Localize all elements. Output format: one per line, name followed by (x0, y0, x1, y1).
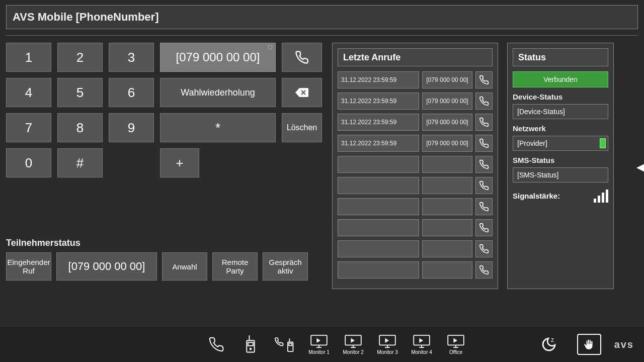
key-star[interactable]: * (160, 113, 276, 142)
key-4[interactable]: 4 (6, 78, 51, 107)
window-title: AVS Mobile [PhoneNumber] (6, 5, 638, 29)
call-time (338, 240, 419, 257)
monitor-button-2[interactable]: Monitor 2 (338, 329, 368, 359)
call-dial-button[interactable] (475, 177, 493, 194)
call-dial-button[interactable] (475, 198, 493, 215)
clear-button[interactable]: Löschen (282, 113, 322, 142)
participant-label: Teilnehmerstatus (6, 238, 323, 248)
redial-button[interactable]: Wahlwiederholung (160, 78, 276, 107)
phone-icon (479, 202, 489, 212)
recent-calls-panel: Letzte Anrufe 31.12.2022 23:59:59[079 00… (332, 43, 498, 289)
key-0[interactable]: 0 (6, 148, 51, 177)
call-button[interactable] (282, 43, 322, 72)
phone-icon (479, 223, 489, 233)
svg-text:z: z (551, 336, 554, 343)
call-dial-button[interactable] (475, 219, 493, 236)
call-dial-button[interactable] (475, 135, 493, 152)
call-active-cell: Gespräch aktiv (263, 252, 308, 281)
call-number (422, 177, 472, 194)
phone-icon (479, 96, 489, 106)
call-number (422, 156, 472, 173)
key-plus[interactable]: + (160, 148, 199, 177)
call-time (338, 177, 419, 194)
call-number (422, 240, 472, 257)
monitor-button-5[interactable]: Office (441, 329, 471, 359)
recent-call-row (338, 219, 493, 236)
recent-call-row: 31.12.2022 23:59:59[079 000 00 00] (338, 93, 493, 110)
monitor-button-3[interactable]: Monitor 3 (372, 329, 403, 359)
recent-call-row: 31.12.2022 23:59:59[079 000 00 00] (338, 114, 493, 131)
call-dial-button[interactable] (475, 93, 493, 110)
edit-indicator-icon (268, 45, 272, 49)
network-provider: [Provider] (517, 139, 547, 147)
call-number (422, 198, 472, 215)
participant-number: [079 000 00 00] (56, 252, 157, 281)
radio-icon (244, 335, 258, 353)
call-time: 31.12.2022 23:59:59 (338, 135, 419, 152)
key-7[interactable]: 7 (6, 113, 51, 142)
phone-icon (479, 117, 489, 127)
monitor-icon (379, 334, 396, 348)
key-3[interactable]: 3 (109, 43, 154, 72)
call-dial-button[interactable] (475, 240, 493, 257)
call-dial-button[interactable] (475, 261, 493, 279)
key-6[interactable]: 6 (109, 78, 154, 107)
monitor-icon (413, 334, 430, 348)
phone-icon (208, 336, 224, 352)
signal-label: Signalstärke: (513, 192, 594, 200)
phone-app-icon[interactable] (201, 329, 231, 359)
key-1[interactable]: 1 (6, 43, 51, 72)
dial-display-value: [079 000 00 00] (176, 50, 260, 64)
call-dial-button[interactable] (475, 114, 493, 131)
recent-call-row (338, 177, 493, 194)
svg-point-3 (250, 348, 252, 350)
anwahl-cell[interactable]: Anwahl (162, 252, 207, 281)
call-number: [079 000 00 00] (422, 135, 472, 152)
phone-radio-app-icon[interactable] (270, 329, 300, 359)
key-5[interactable]: 5 (57, 78, 103, 107)
recent-call-row (338, 156, 493, 173)
backspace-icon (295, 88, 308, 97)
recent-call-row: 31.12.2022 23:59:59[079 000 00 00] (338, 135, 493, 152)
phone-radio-icon (275, 335, 295, 353)
device-status-value: [Device-Status] (513, 104, 608, 119)
participant-status: Teilnehmerstatus Eingehender Ruf [079 00… (6, 238, 323, 281)
monitor-icon (345, 334, 362, 348)
clean-button[interactable] (577, 334, 601, 355)
sleep-button[interactable]: z (534, 329, 564, 359)
signal-bars-icon (594, 189, 608, 203)
call-dial-button[interactable] (475, 156, 493, 173)
network-value: [Provider] (513, 136, 608, 151)
phone-icon (295, 50, 309, 64)
status-header: Status (513, 48, 608, 66)
recent-call-row: 31.12.2022 23:59:59[079 000 00 00] (338, 71, 493, 88)
key-hash[interactable]: # (57, 148, 103, 177)
monitor-icon (447, 334, 464, 348)
brand-logo: avs (614, 339, 634, 350)
sms-status-value: [SMS-Status] (513, 167, 608, 183)
recent-call-row (338, 240, 493, 257)
remote-party-cell: Remote Party (212, 252, 258, 281)
key-8[interactable]: 8 (57, 113, 103, 142)
connection-status: Verbunden (513, 71, 608, 87)
key-2[interactable]: 2 (57, 43, 103, 72)
recent-call-row (338, 261, 493, 279)
phone-icon (479, 138, 489, 148)
monitor-button-4[interactable]: Monitor 4 (407, 329, 437, 359)
monitor-button-1[interactable]: Monitor 1 (304, 329, 334, 359)
incoming-call-cell: Eingehender Ruf (6, 252, 51, 281)
expand-arrow-icon[interactable]: ◀ (636, 161, 644, 173)
call-number: [079 000 00 00] (422, 93, 472, 110)
phone-icon (479, 265, 489, 275)
svg-rect-1 (248, 342, 253, 345)
call-dial-button[interactable] (475, 71, 493, 88)
key-9[interactable]: 9 (109, 113, 154, 142)
monitor-label: Monitor 2 (343, 349, 364, 355)
radio-app-icon[interactable] (235, 329, 266, 359)
call-time (338, 198, 419, 215)
monitor-label: Monitor 3 (377, 349, 398, 355)
call-time (338, 156, 419, 173)
dial-panel: 1 2 3 [079 000 00 00] 4 5 6 Wahlwiederho… (6, 43, 323, 289)
monitor-icon (310, 334, 328, 348)
backspace-button[interactable] (282, 78, 322, 107)
